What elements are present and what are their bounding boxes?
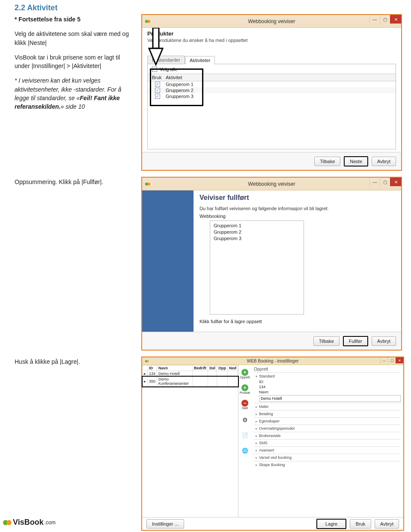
svg-marker-3	[149, 48, 163, 65]
minimize-button[interactable]: —	[380, 357, 388, 363]
table-row[interactable]: ▸350Demo Konferansesenter	[143, 377, 238, 386]
click-finish-hint: Klikk fullfør for å lagre oppsett	[200, 319, 395, 324]
arrow-icon	[147, 28, 164, 66]
instruction-3: * I veiviseren kan det kun velges aktivi…	[15, 76, 134, 111]
list-item: Grupperom 1	[214, 223, 300, 229]
back-button[interactable]: Tilbake	[314, 157, 340, 166]
remember-line: Husk å klikke på |Lagre|.	[15, 357, 134, 366]
screenshot-3: WEB Booking - innstillinger — ▢ ✕ ID	[141, 357, 404, 531]
minimize-button[interactable]: —	[369, 15, 380, 24]
wizard-step-desc: Velg produktene du ønsker å ha med i opp…	[147, 38, 396, 43]
summary-line: Oppsummering. Klikk på |Fullfør|.	[15, 178, 134, 186]
cancel-button[interactable]: Avbryt	[372, 157, 396, 166]
list-item: Grupperom 2	[214, 229, 300, 235]
name-label: Navn:	[259, 390, 269, 394]
cancel-button[interactable]: Avbryt	[372, 336, 396, 346]
screenshot-2: Webbooking veiviser — ▢ ✕ Veiviser fullf…	[141, 177, 402, 351]
maximize-button[interactable]: ▢	[388, 357, 396, 363]
next-button[interactable]: Neste	[344, 156, 368, 166]
svg-point-9	[6, 520, 12, 525]
product-button[interactable]: +Produkt	[240, 383, 250, 395]
tool-column: +Opprett +Produkt −Slett ⚙ 📄 🌐	[238, 365, 251, 517]
section-egenskaper[interactable]: ▸Egenskaper	[254, 417, 401, 425]
window-titlebar: Webbooking veiviser — ▢ ✕	[142, 15, 401, 28]
section-avansert[interactable]: ▸Avansert	[254, 446, 401, 454]
logo-icon	[3, 519, 12, 526]
copy-icon[interactable]: 📄	[240, 429, 250, 441]
entity-list: ID Navn Bedrift Del Opp Ned ▸134Demo Hot…	[142, 365, 238, 517]
col-down: Ned	[227, 366, 238, 371]
summary-list: Grupperom 1 Grupperom 2 Grupperom 3	[210, 220, 304, 315]
globe-icon[interactable]: 🌐	[240, 445, 250, 457]
table-row[interactable]: ▸134Demo Hotell	[143, 371, 238, 377]
screenshot-1: Webbooking veiviser — ▢ ✕ Produkter Velg…	[141, 14, 402, 171]
col-share: Del	[208, 366, 217, 371]
opprett-header: Opprett	[254, 367, 401, 372]
wizard-done-desc: Du har fullført veiviseren og følgende i…	[200, 206, 395, 211]
gear-icon[interactable]: ⚙	[240, 414, 250, 426]
standard-section[interactable]: ▾Standard	[254, 372, 401, 380]
close-button[interactable]: ✕	[396, 357, 403, 363]
create-button[interactable]: +Opprett	[240, 368, 250, 380]
settings-button[interactable]: Instillinger ...	[146, 519, 184, 529]
finish-button[interactable]: Fullfør	[343, 336, 368, 346]
col-name: Navn	[157, 366, 193, 371]
maximize-button[interactable]: ▢	[380, 15, 390, 24]
section-brukeravtale[interactable]: ▸Brukeravtale	[254, 432, 401, 439]
wizard-subheading: Webbooking	[200, 214, 395, 219]
section-sms[interactable]: ▸SMS	[254, 439, 401, 446]
col-id: ID	[148, 366, 157, 371]
wizard-step-title: Produkter	[147, 30, 396, 37]
section-overnatting[interactable]: ▸Overnattingsperioder	[254, 425, 401, 432]
wizard-done-title: Veiviser fullført	[200, 194, 395, 202]
list-item: Grupperom 3	[214, 235, 300, 242]
col-company: Bedrift	[192, 366, 208, 371]
maximize-button[interactable]: ▢	[380, 178, 390, 186]
apply-button[interactable]: Bruk	[350, 519, 371, 529]
delete-button[interactable]: −Slett	[240, 398, 250, 410]
visbook-logo: VisBook.com	[3, 518, 56, 527]
instruction-2: VisBook tar i bruk prisene som er lagt t…	[15, 53, 134, 71]
window-title: Webbooking veiviser	[142, 18, 401, 24]
wizard-side-banner	[142, 190, 194, 332]
cancel-button[interactable]: Avbryt	[375, 519, 399, 529]
save-button[interactable]: Lagre	[316, 519, 346, 529]
window-title: WEB Booking - innstillinger	[142, 359, 403, 363]
tab-activities[interactable]: Aktiviteter	[185, 56, 215, 64]
close-button[interactable]: ✕	[390, 15, 401, 24]
col-up: Opp	[217, 366, 227, 371]
id-value: 134	[259, 385, 265, 389]
svg-rect-2	[153, 28, 159, 48]
id-label: ID:	[259, 380, 264, 384]
highlight-box	[150, 68, 203, 106]
window-titlebar: Webbooking veiviser — ▢ ✕	[142, 178, 401, 190]
instruction-1: Velg de aktivitetene som skal være med o…	[15, 30, 134, 47]
section-varsel[interactable]: ▸Varsel ved booking	[254, 454, 401, 461]
section-skape[interactable]: ▸Skape Booking	[254, 461, 401, 468]
window-title: Webbooking veiviser	[142, 181, 401, 187]
name-field[interactable]	[259, 395, 401, 402]
section-maler[interactable]: ▸Maler	[254, 403, 401, 410]
section-heading: 2.2 Aktivitet	[15, 3, 396, 12]
back-button[interactable]: Tilbake	[313, 336, 340, 346]
close-button[interactable]: ✕	[390, 178, 401, 186]
section-betaling[interactable]: ▸Betaling	[254, 410, 401, 417]
continuation-note: * Fortsettelse fra side 5	[15, 15, 134, 24]
minimize-button[interactable]: —	[369, 178, 380, 186]
